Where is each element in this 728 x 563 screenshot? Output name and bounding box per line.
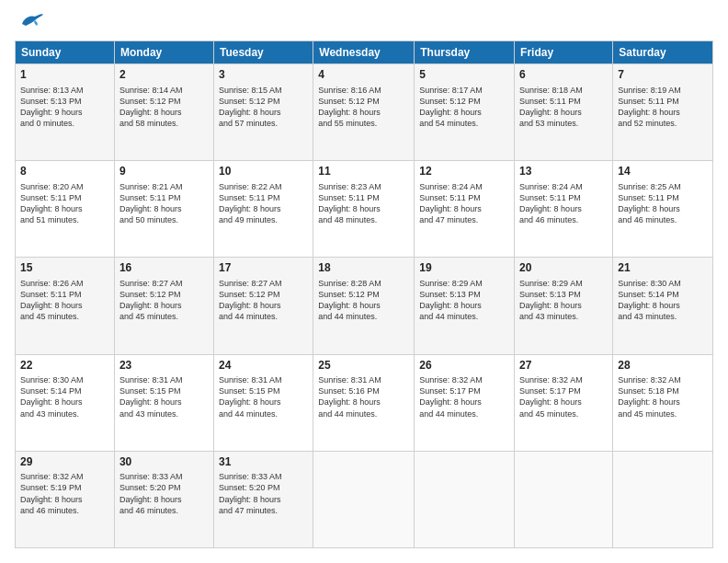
calendar-cell: 31Sunrise: 8:33 AMSunset: 5:20 PMDayligh…	[213, 451, 313, 547]
col-header-tuesday: Tuesday	[213, 41, 313, 64]
calendar-cell: 27Sunrise: 8:32 AMSunset: 5:17 PMDayligh…	[515, 354, 613, 451]
calendar-cell: 16Sunrise: 8:27 AMSunset: 5:12 PMDayligh…	[114, 258, 213, 354]
cell-details: Sunrise: 8:32 AMSunset: 5:18 PMDaylight:…	[618, 374, 708, 419]
calendar-cell: 1Sunrise: 8:13 AMSunset: 5:13 PMDaylight…	[16, 64, 115, 161]
day-number: 4	[318, 68, 409, 83]
calendar-cell: 21Sunrise: 8:30 AMSunset: 5:14 PMDayligh…	[613, 258, 713, 354]
col-header-wednesday: Wednesday	[313, 41, 415, 64]
day-number: 1	[20, 68, 109, 83]
day-number: 9	[119, 165, 209, 179]
cell-details: Sunrise: 8:27 AMSunset: 5:12 PMDaylight:…	[119, 278, 209, 323]
day-number: 23	[119, 359, 209, 373]
cell-details: Sunrise: 8:28 AMSunset: 5:12 PMDaylight:…	[318, 278, 409, 323]
col-header-saturday: Saturday	[613, 41, 713, 64]
cell-details: Sunrise: 8:23 AMSunset: 5:11 PMDaylight:…	[318, 181, 409, 226]
calendar-cell: 24Sunrise: 8:31 AMSunset: 5:15 PMDayligh…	[213, 354, 313, 451]
cell-details: Sunrise: 8:32 AMSunset: 5:17 PMDaylight:…	[419, 374, 509, 419]
cell-details: Sunrise: 8:30 AMSunset: 5:14 PMDaylight:…	[618, 278, 708, 323]
col-header-thursday: Thursday	[415, 41, 515, 64]
col-header-monday: Monday	[114, 41, 213, 64]
logo	[15, 15, 44, 31]
calendar-cell: 9Sunrise: 8:21 AMSunset: 5:11 PMDaylight…	[114, 161, 213, 258]
cell-details: Sunrise: 8:33 AMSunset: 5:20 PMDaylight:…	[119, 471, 209, 516]
cell-details: Sunrise: 8:18 AMSunset: 5:11 PMDaylight:…	[519, 85, 608, 130]
calendar-cell: 5Sunrise: 8:17 AMSunset: 5:12 PMDaylight…	[415, 64, 515, 161]
cell-details: Sunrise: 8:31 AMSunset: 5:15 PMDaylight:…	[219, 374, 308, 419]
cell-details: Sunrise: 8:30 AMSunset: 5:14 PMDaylight:…	[20, 374, 109, 419]
cell-details: Sunrise: 8:16 AMSunset: 5:12 PMDaylight:…	[318, 85, 409, 130]
day-number: 20	[519, 261, 608, 276]
col-header-friday: Friday	[515, 41, 613, 64]
day-number: 13	[519, 165, 608, 179]
cell-details: Sunrise: 8:24 AMSunset: 5:11 PMDaylight:…	[519, 181, 608, 226]
calendar-cell: 3Sunrise: 8:15 AMSunset: 5:12 PMDaylight…	[213, 64, 313, 161]
cell-details: Sunrise: 8:27 AMSunset: 5:12 PMDaylight:…	[219, 278, 308, 323]
header	[15, 15, 713, 31]
cell-details: Sunrise: 8:17 AMSunset: 5:12 PMDaylight:…	[419, 85, 509, 130]
calendar-cell: 6Sunrise: 8:18 AMSunset: 5:11 PMDaylight…	[515, 64, 613, 161]
cell-details: Sunrise: 8:32 AMSunset: 5:19 PMDaylight:…	[20, 471, 109, 516]
day-number: 21	[618, 261, 708, 276]
day-number: 27	[519, 359, 608, 373]
day-number: 31	[219, 455, 308, 470]
day-number: 10	[219, 165, 308, 179]
day-number: 30	[119, 455, 209, 470]
cell-details: Sunrise: 8:32 AMSunset: 5:17 PMDaylight:…	[519, 374, 608, 419]
cell-details: Sunrise: 8:20 AMSunset: 5:11 PMDaylight:…	[20, 181, 109, 226]
day-number: 6	[519, 68, 608, 83]
calendar-cell: 20Sunrise: 8:29 AMSunset: 5:13 PMDayligh…	[515, 258, 613, 354]
calendar-cell: 28Sunrise: 8:32 AMSunset: 5:18 PMDayligh…	[613, 354, 713, 451]
cell-details: Sunrise: 8:31 AMSunset: 5:15 PMDaylight:…	[119, 374, 209, 419]
day-number: 7	[618, 68, 708, 83]
day-number: 16	[119, 261, 209, 276]
calendar-cell	[613, 451, 713, 547]
cell-details: Sunrise: 8:29 AMSunset: 5:13 PMDaylight:…	[419, 278, 509, 323]
calendar-table: SundayMondayTuesdayWednesdayThursdayFrid…	[15, 40, 713, 548]
cell-details: Sunrise: 8:33 AMSunset: 5:20 PMDaylight:…	[219, 471, 308, 516]
calendar-cell: 15Sunrise: 8:26 AMSunset: 5:11 PMDayligh…	[16, 258, 115, 354]
col-header-sunday: Sunday	[16, 41, 115, 64]
calendar-cell: 10Sunrise: 8:22 AMSunset: 5:11 PMDayligh…	[213, 161, 313, 258]
calendar-cell: 30Sunrise: 8:33 AMSunset: 5:20 PMDayligh…	[114, 451, 213, 547]
logo-bird-icon	[18, 11, 44, 31]
day-number: 22	[20, 359, 109, 373]
day-number: 17	[219, 261, 308, 276]
day-number: 12	[419, 165, 509, 179]
calendar-cell: 7Sunrise: 8:19 AMSunset: 5:11 PMDaylight…	[613, 64, 713, 161]
calendar-cell: 14Sunrise: 8:25 AMSunset: 5:11 PMDayligh…	[613, 161, 713, 258]
calendar-cell: 29Sunrise: 8:32 AMSunset: 5:19 PMDayligh…	[16, 451, 115, 547]
calendar-cell	[313, 451, 415, 547]
calendar-cell: 25Sunrise: 8:31 AMSunset: 5:16 PMDayligh…	[313, 354, 415, 451]
cell-details: Sunrise: 8:22 AMSunset: 5:11 PMDaylight:…	[219, 181, 308, 226]
day-number: 25	[318, 359, 409, 373]
day-number: 28	[618, 359, 708, 373]
calendar-cell: 19Sunrise: 8:29 AMSunset: 5:13 PMDayligh…	[415, 258, 515, 354]
calendar-cell: 12Sunrise: 8:24 AMSunset: 5:11 PMDayligh…	[415, 161, 515, 258]
day-number: 5	[419, 68, 509, 83]
calendar-page: SundayMondayTuesdayWednesdayThursdayFrid…	[0, 0, 728, 563]
calendar-cell	[415, 451, 515, 547]
calendar-cell: 22Sunrise: 8:30 AMSunset: 5:14 PMDayligh…	[16, 354, 115, 451]
day-number: 3	[219, 68, 308, 83]
cell-details: Sunrise: 8:25 AMSunset: 5:11 PMDaylight:…	[618, 181, 708, 226]
calendar-cell: 13Sunrise: 8:24 AMSunset: 5:11 PMDayligh…	[515, 161, 613, 258]
cell-details: Sunrise: 8:26 AMSunset: 5:11 PMDaylight:…	[20, 278, 109, 323]
day-number: 19	[419, 261, 509, 276]
cell-details: Sunrise: 8:14 AMSunset: 5:12 PMDaylight:…	[119, 85, 209, 130]
day-number: 26	[419, 359, 509, 373]
cell-details: Sunrise: 8:29 AMSunset: 5:13 PMDaylight:…	[519, 278, 608, 323]
calendar-cell: 8Sunrise: 8:20 AMSunset: 5:11 PMDaylight…	[16, 161, 115, 258]
day-number: 29	[20, 455, 109, 470]
calendar-cell: 4Sunrise: 8:16 AMSunset: 5:12 PMDaylight…	[313, 64, 415, 161]
day-number: 11	[318, 165, 409, 179]
day-number: 8	[20, 165, 109, 179]
cell-details: Sunrise: 8:19 AMSunset: 5:11 PMDaylight:…	[618, 85, 708, 130]
day-number: 2	[119, 68, 209, 83]
day-number: 14	[618, 165, 708, 179]
cell-details: Sunrise: 8:15 AMSunset: 5:12 PMDaylight:…	[219, 85, 308, 130]
calendar-cell: 23Sunrise: 8:31 AMSunset: 5:15 PMDayligh…	[114, 354, 213, 451]
calendar-cell: 18Sunrise: 8:28 AMSunset: 5:12 PMDayligh…	[313, 258, 415, 354]
calendar-cell: 26Sunrise: 8:32 AMSunset: 5:17 PMDayligh…	[415, 354, 515, 451]
cell-details: Sunrise: 8:31 AMSunset: 5:16 PMDaylight:…	[318, 374, 409, 419]
calendar-cell	[515, 451, 613, 547]
